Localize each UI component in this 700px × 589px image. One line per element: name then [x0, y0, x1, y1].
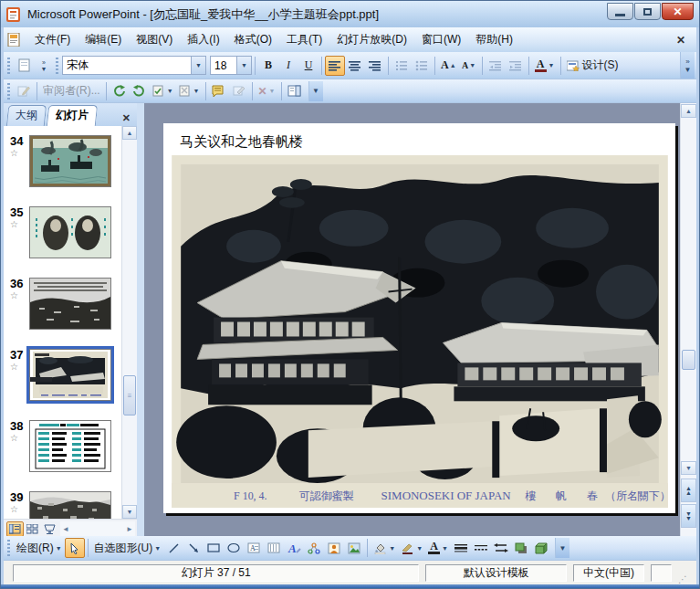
toolbar-options-chevron[interactable]: »▼: [34, 56, 54, 76]
resize-grip[interactable]: ⋰: [678, 574, 687, 584]
slide-thumbnail-35[interactable]: [29, 206, 111, 258]
unapply-change-button[interactable]: ▼: [176, 81, 203, 101]
menu-tools[interactable]: 工具(T): [279, 28, 329, 51]
arrow-style-button[interactable]: [491, 538, 511, 558]
toolbar-grip[interactable]: [7, 540, 10, 556]
previous-slide-button[interactable]: ▲▲: [681, 479, 696, 502]
pane-close-button[interactable]: ✕: [118, 110, 135, 126]
normal-view-button[interactable]: [6, 521, 24, 537]
toolbar-grip[interactable]: [7, 83, 10, 100]
insert-picture-button[interactable]: [344, 538, 364, 558]
tab-slides[interactable]: 幻灯片: [47, 105, 98, 126]
diagram-button[interactable]: [304, 538, 324, 558]
close-button[interactable]: ✕: [662, 3, 694, 20]
line-color-dropdown-icon[interactable]: ▼: [416, 545, 423, 552]
unapply-dropdown-icon[interactable]: ▼: [193, 88, 200, 94]
toolbar-grip[interactable]: [7, 58, 10, 74]
vertical-text-box-button[interactable]: [264, 538, 284, 558]
slide-photo-postcard[interactable]: F 10, 4. 可認御蜜製 SIMONOSEKI OF JAPAN 樓 帆 春…: [172, 155, 668, 508]
font-size-dropdown-icon[interactable]: ▼: [236, 57, 251, 74]
menu-edit[interactable]: 编辑(E): [78, 28, 129, 51]
slide-sorter-view-button[interactable]: [24, 521, 41, 537]
slide-thumbnail-38[interactable]: [29, 420, 111, 472]
apply-dropdown-icon[interactable]: ▼: [167, 88, 173, 94]
restore-button[interactable]: [634, 3, 661, 20]
increase-indent-button[interactable]: [506, 56, 526, 76]
toolbar-overflow-button[interactable]: ▼: [308, 81, 323, 101]
toolbar-grip[interactable]: [56, 58, 58, 74]
font-size-select[interactable]: 18 ▼: [210, 56, 252, 75]
font-color-button[interactable]: A ▼: [532, 56, 558, 76]
menu-window[interactable]: 窗口(W): [414, 28, 468, 51]
menu-file[interactable]: 文件(F): [27, 28, 78, 51]
align-left-button[interactable]: [325, 56, 345, 76]
reviewing-pane-button[interactable]: [285, 81, 305, 101]
main-vertical-scrollbar[interactable]: ▲ ▼ ▲▲ ▼▼: [680, 103, 696, 538]
font-color-dropdown-icon[interactable]: ▼: [442, 545, 448, 552]
next-item-button[interactable]: [130, 81, 150, 101]
previous-item-button[interactable]: [110, 81, 130, 101]
increase-font-size-button[interactable]: A▲: [438, 56, 459, 76]
scrollbar-thumb[interactable]: [682, 350, 695, 370]
menu-format[interactable]: 格式(O): [227, 28, 279, 51]
minimize-button[interactable]: [607, 3, 633, 20]
pane-scrollbar-thumb[interactable]: ≡: [123, 375, 136, 415]
menu-slideshow[interactable]: 幻灯片放映(D): [329, 28, 414, 51]
pane-scroll-down-button[interactable]: ▼: [122, 505, 137, 519]
pane-scroll-up-button[interactable]: ▲: [122, 126, 137, 140]
fill-color-dropdown-icon[interactable]: ▼: [389, 545, 395, 552]
line-style-button[interactable]: [451, 538, 471, 558]
wordart-button[interactable]: A: [284, 538, 304, 558]
italic-button[interactable]: I: [278, 56, 298, 76]
dash-style-button[interactable]: [471, 538, 491, 558]
tab-outline[interactable]: 大纲: [6, 105, 47, 126]
next-slide-button[interactable]: ▼▼: [681, 504, 696, 528]
reviewers-button[interactable]: 审阅者(R)...: [40, 81, 103, 101]
new-slide-button[interactable]: [14, 56, 34, 76]
scroll-left-icon[interactable]: ◄: [62, 525, 69, 533]
clip-art-button[interactable]: [324, 538, 344, 558]
align-center-button[interactable]: [345, 56, 365, 76]
scroll-down-button[interactable]: ▼: [681, 461, 696, 475]
decrease-font-size-button[interactable]: A▼: [459, 56, 479, 76]
line-tool-button[interactable]: [163, 538, 183, 558]
numbering-button[interactable]: [392, 56, 412, 76]
pane-horizontal-scrollbar[interactable]: ◄ ►: [60, 521, 135, 536]
edit-comment-button[interactable]: [229, 81, 249, 101]
font-name-dropdown-icon[interactable]: ▼: [191, 57, 205, 74]
pane-scrollbar[interactable]: ▲ ≡ ▼: [121, 126, 137, 519]
track-changes-button[interactable]: [14, 81, 34, 101]
font-color-button[interactable]: A▼: [425, 538, 451, 558]
align-right-button[interactable]: [365, 56, 385, 76]
arrow-tool-button[interactable]: [183, 538, 204, 558]
insert-comment-button[interactable]: [209, 81, 229, 101]
three-d-style-button[interactable]: [531, 538, 551, 558]
fill-color-button[interactable]: ▼: [371, 538, 398, 558]
title-bar[interactable]: Microsoft PowerPoint - [勿忘国耻_爱我中华__小学主题班…: [1, 1, 699, 27]
status-design-template[interactable]: 默认设计模板: [425, 564, 567, 582]
delete-dropdown-icon[interactable]: ▼: [269, 88, 276, 94]
toolbar-overflow-button[interactable]: ▼: [555, 538, 569, 558]
line-color-button[interactable]: ▼: [398, 538, 425, 558]
menu-view[interactable]: 视图(V): [129, 28, 180, 51]
slide-thumbnail-36[interactable]: [29, 278, 111, 330]
slide-title-text[interactable]: 马关议和之地春帆楼: [180, 133, 303, 151]
delete-comment-button[interactable]: ✕▼: [256, 81, 278, 101]
underline-button[interactable]: U: [298, 56, 319, 76]
menu-insert[interactable]: 插入(I): [180, 28, 226, 51]
menu-help[interactable]: 帮助(H): [468, 28, 520, 51]
text-box-button[interactable]: A: [244, 538, 264, 558]
slideshow-view-button[interactable]: [41, 521, 58, 537]
decrease-indent-button[interactable]: [486, 56, 506, 76]
draw-menu-button[interactable]: 绘图(R)▼: [14, 538, 65, 558]
status-language[interactable]: 中文(中国): [573, 564, 644, 582]
select-objects-button[interactable]: [65, 538, 85, 558]
rectangle-tool-button[interactable]: [204, 538, 224, 558]
scroll-right-icon[interactable]: ►: [126, 525, 133, 533]
shadow-style-button[interactable]: [511, 538, 531, 558]
menubar-close-button[interactable]: ✕: [669, 32, 693, 48]
font-color-dropdown-icon[interactable]: ▼: [549, 62, 555, 68]
autoshapes-menu-button[interactable]: 自选图形(U)▼: [91, 538, 164, 558]
pane-splitter[interactable]: [137, 103, 144, 538]
apply-change-button[interactable]: ▼: [150, 81, 176, 101]
